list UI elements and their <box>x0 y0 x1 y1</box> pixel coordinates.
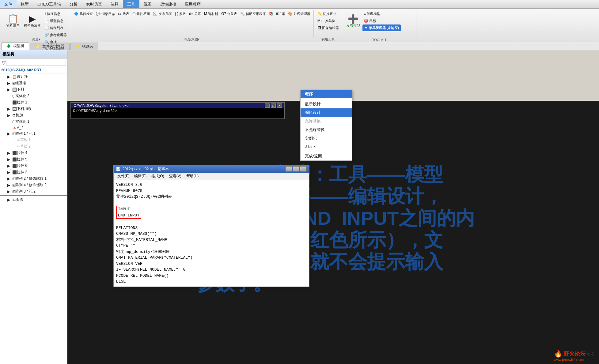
search-input[interactable] <box>6 60 66 66</box>
btn-relations[interactable]: d=关系 <box>188 10 202 17</box>
dropdown-done-return[interactable]: 完成/返回 <box>301 152 352 160</box>
notepad-line-cmass: CMASS=MP_MASS("") <box>116 231 307 237</box>
tree-item-extrude4[interactable]: ▶ ⬛ 拉伸 4 <box>0 150 67 156</box>
tree-item-extrude1[interactable]: ⬛ 拉伸 1 <box>0 99 67 106</box>
ribbon-group-toolkit: ➕ 发布模型 ≡管理模型 🎯目标 ▼ 菜单管理器 (未响应) TOOLKIT <box>343 10 416 37</box>
btn-toggle-dim[interactable]: 📏切换尺寸 <box>316 10 338 17</box>
tree-item-footer[interactable]: ▶ 🏷 页脚 <box>0 197 67 203</box>
btn-model-info[interactable]: 📄模型信息 <box>43 17 68 24</box>
tree-item-blank[interactable]: ▶ 🔲 下料 <box>0 86 67 93</box>
model-info-icon: 📄 <box>44 19 49 23</box>
btn-menu-manager[interactable]: ▼ 菜单管理器 (未响应) <box>362 24 401 31</box>
menu-creo-toolbox[interactable]: CREO工具箱 <box>33 0 65 8</box>
array-icon: ⊞ <box>12 132 15 136</box>
dropdown-instantiate[interactable]: 实例化 <box>301 134 352 143</box>
menu-realtime-sim[interactable]: 实时仿真 <box>82 0 106 8</box>
btn-geo-check[interactable]: 🔷几何检查 <box>73 10 94 17</box>
dropdown-program-menu: 程序 显示设计 编辑设计 允许替换 不允许替换 实例化 J-Link 完成/返回 <box>300 90 352 161</box>
fire-icon: 🔥 <box>554 350 562 358</box>
notepad-menu-format[interactable]: 格式(O) <box>149 173 166 179</box>
menu-model[interactable]: 模型 <box>17 0 33 8</box>
tree-item-solid2[interactable]: ⬡ 实体化 2 <box>0 93 67 99</box>
btn-tolerance[interactable]: G7公差表 <box>220 10 238 17</box>
dropdown-edit-design[interactable]: 编辑设计 <box>301 108 352 117</box>
tree-container: ▶ 📋 设计项 ▶ ⊞ 组基准 ▶ 🔲 下料 ⬡ 实体化 2 ⬛ <box>0 73 67 364</box>
notepad-line-else: ELSE <box>116 279 307 285</box>
btn-bom[interactable]: 📋 物料清单 <box>4 10 21 32</box>
btn-family-table[interactable]: 🗂族表 <box>117 10 131 17</box>
btn-model-player[interactable]: ▶ 模型播放器 <box>22 10 43 32</box>
cmd-minimize-btn[interactable]: − <box>265 103 270 108</box>
tab-model-tree[interactable]: 🌲 模型树 <box>1 42 29 50</box>
cmd-maximize-btn[interactable]: □ <box>271 103 276 108</box>
tree-separator <box>0 195 67 196</box>
notepad-line-relations: RELATIONS <box>116 225 307 231</box>
tree-item-array2-thread1[interactable]: ▶ ⊞ 阵列 2 / 修饰螺纹 1 <box>0 175 67 182</box>
btn-feature-list[interactable]: 📑特征列表 <box>43 24 68 31</box>
toolkit-buttons: ➕ 发布模型 ≡管理模型 🎯目标 ▼ 菜单管理器 (未响应) <box>345 10 414 32</box>
menu-applications[interactable]: 应用程序 <box>180 0 205 8</box>
btn-manage-model[interactable]: ≡管理模型 <box>362 10 401 17</box>
btn-appearance-mgr[interactable]: 🎨外观管理器 <box>287 10 312 17</box>
btn-udf-lib[interactable]: 📚UDF库 <box>268 10 286 17</box>
tree-item-a4[interactable]: 🔺 A_4 <box>0 125 67 130</box>
btn-publish-geo[interactable]: 📐发布几何 <box>152 10 173 17</box>
dropdown-jlink[interactable]: J-Link <box>301 143 352 150</box>
survey-small-buttons: ℹ特征信息 📄模型信息 📑特征列表 🔗参考查看器 🔍查找 ⚖比较零件▾ <box>43 10 68 52</box>
notepad-line-blank <box>116 200 307 206</box>
info-icon: ℹ <box>44 12 46 16</box>
notepad-minimize-btn[interactable]: − <box>285 166 292 172</box>
btn-target[interactable]: 🎯目标 <box>362 17 401 24</box>
tree-item-machining[interactable]: ▶ ⚙ 机加 <box>0 112 67 118</box>
btn-publish-model[interactable]: ➕ 发布模型 <box>345 10 362 32</box>
notepad-menu-view[interactable]: 查看(V) <box>167 173 184 179</box>
notepad-menu-help[interactable]: 帮助(H) <box>184 173 201 179</box>
notepad-menu-edit[interactable]: 编辑(E) <box>132 173 149 179</box>
tab-favorites[interactable]: ⭐ 收藏夹 <box>70 43 98 50</box>
array4-icon: ⊞ <box>12 183 15 187</box>
filter-icon[interactable]: ▽ <box>1 59 6 66</box>
dropdown-show-design[interactable]: 显示设计 <box>301 100 352 108</box>
dim-icon: 📏 <box>317 12 322 16</box>
model-intent-group-label: 模型意图▾ <box>71 37 313 42</box>
tree-item-sketch2[interactable]: ✏ 草绘 2 <box>0 143 67 150</box>
tree-item-extrude3[interactable]: ▶ ⬛ 拉伸 3 <box>0 169 67 175</box>
tree-item-array3-hole2[interactable]: ▶ ⊞ 阵列 3 / 孔 2 <box>0 188 67 195</box>
tree-item-array4-thread2[interactable]: ▶ ⊞ 阵列 4 / 修饰螺纹 2 <box>0 182 67 188</box>
menu-annotations[interactable]: 注释 <box>106 0 123 8</box>
tree-item-extrude5[interactable]: ▶ ⬛ 拉伸 5 <box>0 156 67 163</box>
btn-params[interactable]: { }参数 <box>174 10 187 17</box>
watermark-url: www.proewildfire.cn <box>554 358 594 362</box>
menu-flex-modeling[interactable]: 柔性建模 <box>156 0 180 8</box>
blank-icon: ▶ <box>6 88 11 92</box>
menu-analysis[interactable]: 分析 <box>65 0 82 8</box>
menu-view[interactable]: 视图 <box>139 0 156 8</box>
tree-item-sketch1[interactable]: ✏ 草绘 1 <box>0 137 67 143</box>
tree-item-solid1[interactable]: ⬡ 实体化 1 <box>0 118 67 125</box>
ref-viewer-icon: 🔗 <box>44 33 49 37</box>
menu-file[interactable]: 文件 <box>0 0 17 8</box>
dropdown-disallow-replace[interactable]: 不允许替换 <box>301 126 352 134</box>
array3-icon: ⊞ <box>12 190 15 194</box>
cmd-close-btn[interactable]: ✕ <box>277 103 282 108</box>
notepad-maximize-btn[interactable]: □ <box>293 166 299 172</box>
dropdown-allow-replace: 允许替换 <box>301 117 352 126</box>
model-tree-icon: 🌲 <box>6 44 11 48</box>
tree-item-blank-destroy[interactable]: ▶ 🔲 下料消毁 <box>0 106 67 112</box>
btn-image-editor[interactable]: 🖼图像编辑器 <box>316 24 340 31</box>
btn-select-material[interactable]: M选材料 <box>203 10 219 17</box>
btn-message-log[interactable]: 💬消息日志 <box>95 10 116 17</box>
menu-tools[interactable]: 工具 <box>123 0 139 8</box>
tree-item-extrude6[interactable]: ▶ ⬛ 拉伸 6 <box>0 163 67 169</box>
notepad-menu-file[interactable]: 文件(F) <box>115 173 132 179</box>
tree-item-array1-hole1[interactable]: ▶ ⊞ 阵列 1 / 孔 1 <box>0 130 67 137</box>
tree-item-group-datum[interactable]: ▶ ⊞ 组基准 <box>0 80 67 86</box>
btn-comp-interface[interactable]: ⬡元件界面 <box>131 10 151 17</box>
tree-item-design[interactable]: ▶ 📋 设计项 <box>0 73 67 80</box>
notepad-content: VERSION 8.0 REVNUM 9075 零件2012QS-ZJJQ-A0… <box>114 180 309 287</box>
btn-change-units[interactable]: M↔换单位 <box>316 17 336 24</box>
ribbon-group-model-intent: 🔷几何检查 💬消息日志 🗂族表 ⬡元件界面 📐发布几何 { }参数 d=关系 M… <box>71 10 314 37</box>
notepad-close-btn[interactable]: ✕ <box>300 166 307 172</box>
btn-feature-info[interactable]: ℹ特征信息 <box>43 10 68 17</box>
btn-aux-app[interactable]: 🔧辅助应用程序 <box>239 10 267 17</box>
